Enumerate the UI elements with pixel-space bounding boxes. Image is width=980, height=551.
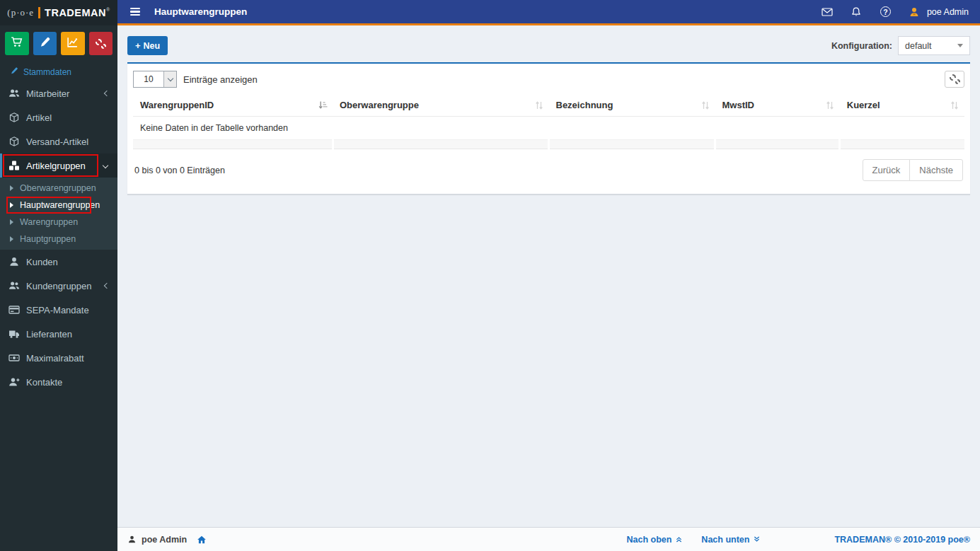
chevron-left-icon: [104, 283, 110, 289]
hamburger-menu-icon[interactable]: [129, 5, 142, 19]
cart-icon: [11, 36, 23, 51]
main-area: Hauptwarengruppen ? poe Admin + Neu Konf…: [117, 0, 980, 551]
logo-brand-text: TRADEMAN®: [45, 7, 110, 18]
cogs-icon: [950, 74, 960, 84]
configuration-control: Konfiguration: default: [831, 36, 970, 55]
column-header-warengruppenid[interactable]: WarengruppenID: [133, 94, 333, 117]
copyright-text: TRADEMAN® © 2010-2019 poe®: [834, 535, 970, 545]
sidebar-item-kontakte[interactable]: Kontakte: [0, 370, 117, 394]
table-controls: 10 Einträge anzeigen: [133, 69, 964, 94]
sidebar-submenu-artikelgruppen: Oberwarengruppen Hauptwarengruppen Waren…: [0, 178, 117, 250]
chevron-down-icon: [103, 163, 108, 168]
footer-user: poe Admin: [127, 535, 187, 545]
sidebar: (p·o·e TRADEMAN® Stammdaten: [0, 0, 117, 551]
sidebar-item-maximalrabatt[interactable]: Maximalrabatt: [0, 346, 117, 370]
sort-both-icon: [534, 100, 544, 110]
content: + Neu Konfiguration: default 10: [117, 25, 980, 527]
angle-double-up-icon: [675, 535, 683, 543]
sort-both-icon: [701, 100, 710, 110]
column-header-kuerzel[interactable]: Kuerzel: [840, 94, 964, 117]
chart-button[interactable]: [61, 32, 85, 55]
page-length-label: Einträge anzeigen: [183, 74, 258, 85]
pencil-icon: [10, 66, 18, 77]
table-empty-row: Keine Daten in der Tabelle vorhanden: [133, 117, 964, 140]
sidebar-subitem-warengruppen[interactable]: Warengruppen: [0, 214, 117, 231]
user-menu[interactable]: poe Admin: [909, 6, 969, 18]
next-page-button[interactable]: Nächste: [909, 159, 963, 181]
scroll-top-link[interactable]: Nach oben: [626, 535, 683, 545]
sidebar-item-mitarbeiter[interactable]: Mitarbeiter: [0, 81, 117, 105]
table-footer-row: [133, 140, 964, 149]
caret-right-icon: [10, 236, 13, 242]
configuration-label: Konfiguration:: [831, 41, 892, 51]
sort-both-icon: [950, 100, 959, 110]
pagination-row: 0 bis 0 von 0 Einträgen Zurück Nächste: [133, 149, 964, 188]
caret-right-icon: [10, 202, 13, 208]
column-header-mwstid[interactable]: MwstID: [715, 94, 840, 117]
sidebar-item-artikelgruppen[interactable]: Artikelgruppen: [0, 153, 117, 178]
avatar-icon: [909, 6, 921, 18]
sidebar-item-artikel[interactable]: Artikel: [0, 105, 117, 129]
cart-button[interactable]: [5, 32, 29, 55]
envelope-icon[interactable]: [822, 6, 834, 18]
page-title: Hauptwarengruppen: [154, 6, 247, 17]
sort-both-icon: [825, 100, 835, 110]
sidebar-menu: Mitarbeiter Artikel Versand-Artikel Arti…: [0, 81, 117, 394]
sidebar-subitem-hauptwarengruppen[interactable]: Hauptwarengruppen: [0, 197, 117, 214]
previous-page-button[interactable]: Zurück: [863, 159, 911, 181]
table-panel: 10 Einträge anzeigen WarengruppenID: [127, 62, 970, 195]
footer-links: Nach oben Nach unten TRADEMAN® © 2010-20…: [626, 535, 970, 545]
users-icon: [8, 280, 20, 291]
plus-icon: +: [135, 40, 141, 51]
edit-button[interactable]: [33, 32, 57, 55]
sidebar-item-sepa-mandate[interactable]: SEPA-Mandate: [0, 298, 117, 322]
truck-icon: [8, 328, 20, 340]
page-length-select[interactable]: 10: [133, 71, 177, 88]
home-icon[interactable]: [197, 535, 207, 545]
angle-double-down-icon: [753, 535, 761, 543]
settings-button[interactable]: [89, 32, 113, 55]
sidebar-subitem-oberwarengruppen[interactable]: Oberwarengruppen: [0, 180, 117, 197]
users-icon: [8, 88, 20, 99]
quick-action-bar: [0, 25, 117, 61]
credit-card-icon: [8, 304, 20, 315]
sidebar-item-lieferanten[interactable]: Lieferanten: [0, 322, 117, 346]
configuration-select[interactable]: default: [898, 36, 970, 55]
boxes-icon: [8, 160, 20, 171]
column-header-oberwarengruppe[interactable]: Oberwarengruppe: [333, 94, 549, 117]
toolbar: + Neu Konfiguration: default: [127, 36, 970, 55]
user-icon: [8, 256, 20, 267]
box-icon: [8, 136, 20, 147]
table-empty-message: Keine Daten in der Tabelle vorhanden: [133, 117, 964, 140]
user-icon: [127, 535, 137, 544]
table-info: 0 bis 0 von 0 Einträgen: [134, 166, 225, 175]
table-settings-button[interactable]: [945, 71, 964, 88]
sidebar-item-kundengruppen[interactable]: Kundengruppen: [0, 274, 117, 298]
pencil-icon: [39, 36, 51, 51]
sidebar-item-kunden[interactable]: Kunden: [0, 250, 117, 274]
topbar: Hauptwarengruppen ? poe Admin: [117, 0, 980, 25]
caret-down-icon: [957, 44, 963, 47]
help-icon[interactable]: ?: [880, 6, 892, 18]
column-header-bezeichnung[interactable]: Bezeichnung: [549, 94, 715, 117]
user-plus-icon: [8, 376, 20, 388]
pagination-buttons: Zurück Nächste: [863, 159, 963, 181]
scroll-bottom-link[interactable]: Nach unten: [701, 535, 761, 545]
logo-poe-text: (p·o·e: [7, 7, 34, 18]
caret-right-icon: [10, 219, 13, 225]
chevron-left-icon: [104, 91, 110, 96]
data-table: WarengruppenID Oberwarengruppe Bezeichnu…: [133, 94, 964, 149]
box-icon: [8, 112, 20, 123]
topbar-actions: ? poe Admin: [822, 6, 969, 18]
bell-icon[interactable]: [851, 6, 863, 18]
sidebar-subitem-hauptgruppen[interactable]: Hauptgruppen: [0, 231, 117, 248]
new-button[interactable]: + Neu: [127, 36, 168, 55]
app-logo[interactable]: (p·o·e TRADEMAN®: [0, 0, 117, 25]
sort-amount-asc-icon: [318, 100, 328, 110]
logo-divider: [38, 7, 40, 18]
sidebar-item-versand-artikel[interactable]: Versand-Artikel: [0, 129, 117, 153]
app-window: (p·o·e TRADEMAN® Stammdaten: [0, 0, 980, 551]
cogs-icon: [96, 39, 106, 49]
footer: poe Admin Nach oben Nach unten TRADEMAN®…: [117, 527, 980, 551]
money-icon: [8, 352, 20, 364]
